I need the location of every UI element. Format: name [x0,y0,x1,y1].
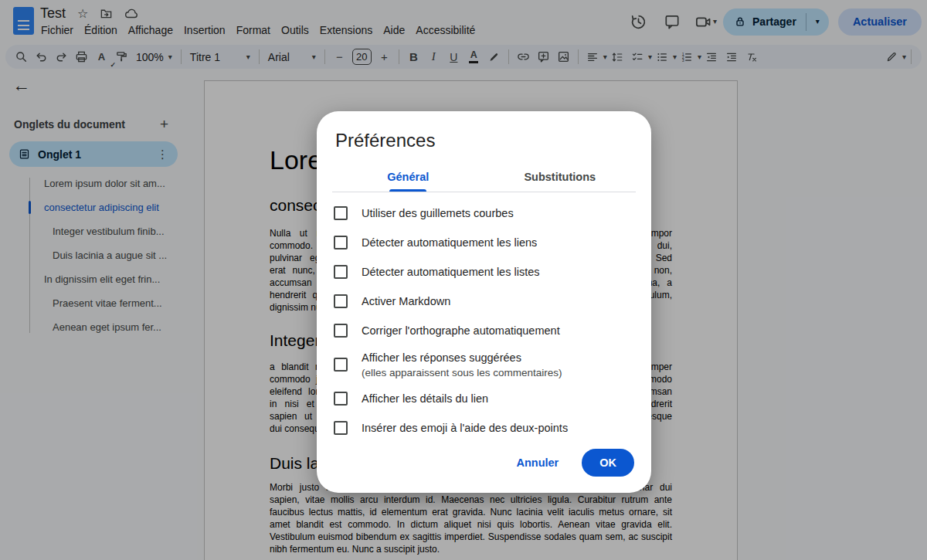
option-label: Détecter automatiquement les listes [362,264,540,280]
option-row-afficher-les-reponses-suggeree: Afficher les réponses suggérées(elles ap… [334,345,634,384]
option-label: Activer Markdown [362,294,450,309]
option-labels: Détecter automatiquement les listes [362,264,540,280]
option-labels: Corriger l'orthographe automatiquement [362,323,560,338]
option-row-utiliser-des-guillemets-courbe: Utiliser des guillemets courbes [334,199,634,228]
checkbox-detecter-automatiquement-les-l[interactable] [334,265,348,279]
checkbox-corriger-l-orthographe-automat[interactable] [334,324,348,338]
dialog-footer: Annuler OK [516,449,634,477]
ok-button[interactable]: OK [582,449,634,477]
option-label: Afficher les détails du lien [362,391,488,406]
tab-general[interactable]: Général [332,165,484,192]
option-labels: Insérer des emoji à l'aide des deux-poin… [362,420,568,436]
option-labels: Activer Markdown [362,294,450,309]
checkbox-activer-markdown[interactable] [334,294,348,308]
option-row-inserer-des-emoji-a-l-aide-des: Insérer des emoji à l'aide des deux-poin… [334,413,634,443]
checkbox-afficher-les-reponses-suggeree[interactable] [334,358,348,372]
option-label: Détecter automatiquement les liens [362,235,537,250]
option-labels: Afficher les réponses suggérées(elles ap… [362,350,562,380]
option-row-detecter-automatiquement-les-l: Détecter automatiquement les listes [334,257,634,287]
dialog-options: Utiliser des guillemets courbesDétecter … [334,199,634,443]
option-row-afficher-les-details-du-lien: Afficher les détails du lien [334,384,634,413]
preferences-dialog: Préférences Général Substitutions Utilis… [317,111,651,493]
dialog-tabs: Général Substitutions [332,165,636,192]
option-row-corriger-l-orthographe-automat: Corriger l'orthographe automatiquement [334,316,634,345]
option-label: Corriger l'orthographe automatiquement [362,323,560,338]
checkbox-afficher-les-details-du-lien[interactable] [334,392,348,406]
option-row-detecter-automatiquement-les-l: Détecter automatiquement les liens [334,228,634,257]
option-labels: Afficher les détails du lien [362,391,488,406]
option-label: Afficher les réponses suggérées [362,350,562,365]
tab-substitutions[interactable]: Substitutions [484,165,637,192]
checkbox-inserer-des-emoji-a-l-aide-des[interactable] [334,421,348,435]
option-label: Utiliser des guillemets courbes [362,205,514,221]
option-sublabel: (elles apparaissent sous les commentaire… [362,365,562,380]
option-label: Insérer des emoji à l'aide des deux-poin… [362,420,568,436]
option-labels: Détecter automatiquement les liens [362,235,537,250]
option-row-activer-markdown: Activer Markdown [334,287,634,316]
checkbox-utiliser-des-guillemets-courbe[interactable] [334,206,348,220]
dialog-title: Préférences [335,129,633,152]
option-labels: Utiliser des guillemets courbes [362,205,514,221]
checkbox-detecter-automatiquement-les-l[interactable] [334,236,348,249]
cancel-button[interactable]: Annuler [516,456,559,469]
